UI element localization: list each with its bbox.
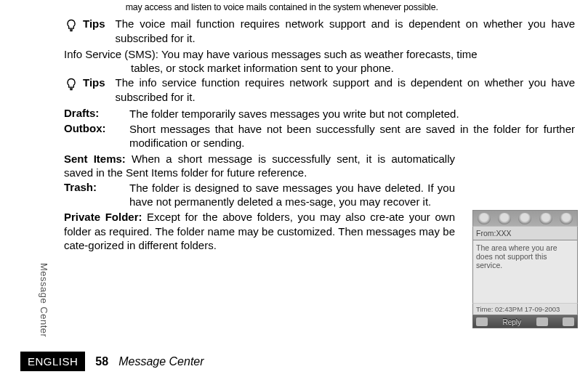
tips-text-2: The info service function requires netwo… xyxy=(116,76,575,104)
language-badge: ENGLISH xyxy=(20,352,85,371)
sent-items-definition: Sent Items: When a short message is succ… xyxy=(64,152,575,179)
tips-block-2: Tips The info service function requires … xyxy=(64,76,575,104)
private-folder-term: Private Folder: xyxy=(64,211,142,223)
call-icon[interactable] xyxy=(536,317,548,326)
message-body: The area where you are does not support … xyxy=(472,240,578,303)
tips-label-2: Tips xyxy=(83,76,105,89)
outbox-text: Short messages that have not been succes… xyxy=(129,122,575,150)
section-title: Message Center xyxy=(118,355,204,368)
status-icon xyxy=(498,213,511,224)
trash-definition: Trash: The folder is designed to save me… xyxy=(64,181,575,208)
page-number: 58 xyxy=(95,355,108,368)
phone-status-bar xyxy=(472,210,578,226)
reply-softkey[interactable]: Reply xyxy=(502,318,521,326)
softkey-right-icon[interactable] xyxy=(563,317,574,326)
status-icon xyxy=(518,213,531,224)
lightbulb-icon xyxy=(64,18,80,33)
message-time: Time: 02:43PM 17-09-2003 xyxy=(472,303,578,315)
message-from-field: From:XXX xyxy=(472,226,578,240)
drafts-definition: Drafts: The folder temporarily saves mes… xyxy=(64,107,575,121)
info-service-line1: Info Service (SMS): You may have various… xyxy=(64,48,575,60)
trash-term: Trash: xyxy=(64,181,129,193)
trash-text: The folder is designed to save messages … xyxy=(129,181,575,208)
intro-tail-line: may access and listen to voice mails con… xyxy=(64,1,534,12)
outbox-definition: Outbox: Short messages that have not bee… xyxy=(64,122,575,150)
tips-block-1: Tips The voice mail function requires ne… xyxy=(64,17,575,45)
side-section-tab: Message Center xyxy=(35,263,49,337)
status-icon xyxy=(478,213,491,224)
tips-label-1: Tips xyxy=(83,17,105,30)
info-service-line2: tables, or stock market information sent… xyxy=(64,62,575,74)
phone-softkey-bar: Reply xyxy=(472,315,578,328)
phone-message-preview: From:XXX The area where you are does not… xyxy=(472,210,578,328)
outbox-term: Outbox: xyxy=(64,122,129,134)
page-footer: ENGLISH 58 Message Center xyxy=(20,352,204,371)
tips-text-1: The voice mail function requires network… xyxy=(116,17,575,45)
status-icon xyxy=(560,213,573,224)
drafts-term: Drafts: xyxy=(64,107,129,119)
status-icon xyxy=(539,213,552,224)
sent-items-term: Sent Items: xyxy=(64,153,126,165)
lightbulb-icon xyxy=(64,77,80,92)
drafts-text: The folder temporarily saves messages yo… xyxy=(129,107,575,121)
softkey-left-icon[interactable] xyxy=(476,317,488,326)
